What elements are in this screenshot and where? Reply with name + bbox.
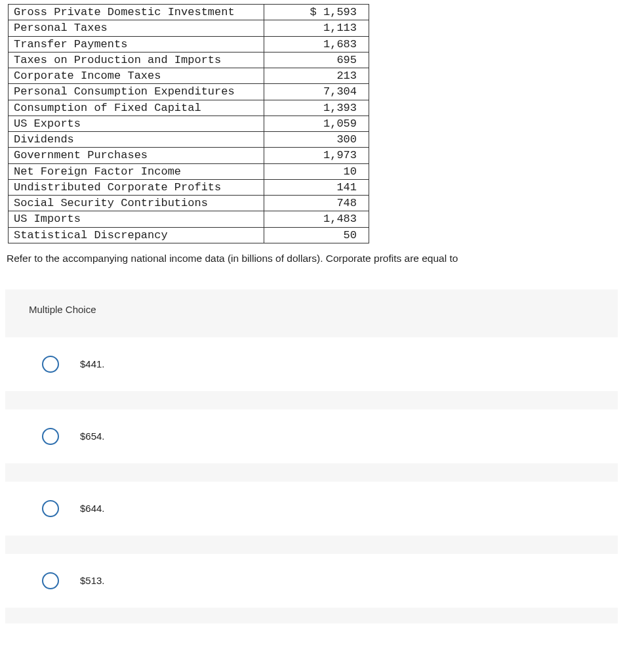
choice-option[interactable]: $644. [5,482,618,536]
row-value: 1,393 [264,100,369,116]
row-label: Taxes on Production and Imports [9,52,264,68]
table-row: Net Foreign Factor Income10 [9,163,369,179]
question-text: Refer to the accompanying national incom… [7,253,618,264]
row-value: 1,059 [264,116,369,131]
row-value: 10 [264,163,369,179]
choice-label: $513. [80,575,105,586]
table-row: Undistributed Corporate Profits141 [9,179,369,195]
row-label: US Exports [9,116,264,131]
row-value: $ 1,593 [264,5,369,20]
row-label: Personal Taxes [9,20,264,36]
row-label: Consumption of Fixed Capital [9,100,264,116]
row-value: 1,483 [264,211,369,227]
choice-label: $441. [80,358,105,369]
row-value: 300 [264,132,369,148]
row-value: 7,304 [264,84,369,100]
choice-label: $654. [80,430,105,442]
table-row: Corporate Income Taxes213 [9,68,369,84]
table-row: Transfer Payments1,683 [9,36,369,52]
row-label: Statistical Discrepancy [9,227,264,243]
row-value: 1,683 [264,36,369,52]
row-value: 50 [264,227,369,243]
row-value: 213 [264,68,369,84]
row-label: US Imports [9,211,264,227]
radio-icon[interactable] [42,356,59,373]
choice-option[interactable]: $513. [5,554,618,608]
row-label: Undistributed Corporate Profits [9,179,264,195]
row-value: 748 [264,196,369,211]
table-row: Statistical Discrepancy50 [9,227,369,243]
row-label: Dividends [9,132,264,148]
table-row: Social Security Contributions748 [9,196,369,211]
row-value: 141 [264,179,369,195]
table-row: Gross Private Domestic Investment$ 1,593 [9,5,369,20]
multiple-choice-block: Multiple Choice $441. $654. $644. $513. [5,289,618,623]
table-row: US Imports1,483 [9,211,369,227]
row-label: Corporate Income Taxes [9,68,264,84]
choice-option[interactable]: $654. [5,410,618,463]
table-row: Taxes on Production and Imports695 [9,52,369,68]
table-row: Personal Consumption Expenditures7,304 [9,84,369,100]
row-label: Gross Private Domestic Investment [9,5,264,20]
radio-icon[interactable] [42,500,59,517]
table-row: Personal Taxes1,113 [9,20,369,36]
choice-option[interactable]: $441. [5,337,618,391]
row-label: Net Foreign Factor Income [9,163,264,179]
row-label: Social Security Contributions [9,196,264,211]
choice-label: $644. [80,503,105,514]
mc-header: Multiple Choice [5,304,618,337]
radio-icon[interactable] [42,428,59,445]
table-row: Consumption of Fixed Capital1,393 [9,100,369,116]
table-row: US Exports1,059 [9,116,369,131]
table-row: Government Purchases1,973 [9,148,369,163]
income-data-table: Gross Private Domestic Investment$ 1,593… [8,4,369,243]
radio-icon[interactable] [42,572,59,589]
row-value: 695 [264,52,369,68]
row-value: 1,113 [264,20,369,36]
row-label: Transfer Payments [9,36,264,52]
row-value: 1,973 [264,148,369,163]
table-row: Dividends300 [9,132,369,148]
row-label: Government Purchases [9,148,264,163]
row-label: Personal Consumption Expenditures [9,84,264,100]
